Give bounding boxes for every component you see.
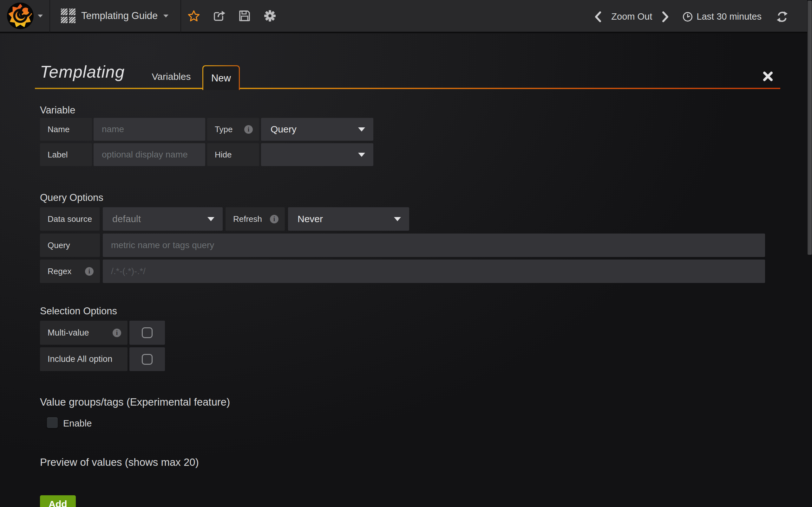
data-source-select[interactable]: default (103, 207, 223, 231)
refresh-icon (776, 11, 788, 22)
time-shift-back-button[interactable] (589, 0, 607, 33)
data-source-select-value: default (112, 214, 141, 224)
checkbox-icon (142, 327, 153, 338)
preview-heading: Preview of values (shows max 20) (40, 456, 199, 468)
info-icon: i (244, 125, 253, 134)
save-icon (239, 10, 250, 21)
clock-icon (682, 12, 693, 22)
query-input[interactable] (103, 233, 765, 257)
info-icon: i (113, 329, 121, 337)
label-input[interactable] (94, 143, 205, 166)
scrollbar-track[interactable] (807, 0, 812, 507)
close-icon (763, 71, 773, 81)
page-title: Templating (40, 62, 125, 81)
grafana-logo-icon (7, 2, 34, 30)
dashboard-picker[interactable]: Templating Guide (50, 0, 181, 33)
chevron-down-icon (358, 153, 365, 157)
chevron-down-icon (358, 127, 365, 131)
multi-value-label: Multi-value i (40, 321, 128, 345)
query-options-heading: Query Options (40, 192, 103, 204)
chevron-down-icon (38, 14, 43, 17)
selection-options-heading: Selection Options (40, 305, 117, 317)
enable-label: Enable (63, 418, 92, 429)
chevron-down-icon (163, 14, 168, 17)
time-range-picker[interactable]: Last 30 minutes (682, 11, 762, 22)
query-label: Query (40, 233, 100, 257)
save-button[interactable] (232, 0, 257, 33)
refresh-select-value: Never (298, 214, 323, 224)
info-icon: i (85, 267, 94, 276)
tab-new-label: New (203, 66, 239, 90)
label-label: Label (40, 143, 92, 166)
variable-heading: Variable (40, 105, 75, 116)
name-label: Name (40, 118, 92, 141)
multi-value-checkbox[interactable] (130, 321, 165, 345)
dashboard-grid-icon (61, 9, 75, 23)
star-icon (188, 10, 200, 22)
grafana-menu-button[interactable] (0, 0, 49, 33)
close-button[interactable] (761, 70, 774, 83)
settings-button[interactable] (257, 0, 283, 33)
refresh-label: Refresh i (225, 207, 285, 231)
tab-variables[interactable]: Variables (146, 65, 197, 88)
chevron-right-icon (662, 11, 669, 22)
dashboard-title: Templating Guide (81, 10, 158, 21)
time-shift-forward-button[interactable] (657, 0, 674, 33)
chevron-left-icon (595, 11, 601, 22)
navbar-right-controls: Zoom Out Last 30 minutes (589, 0, 807, 33)
name-input[interactable] (94, 118, 205, 141)
checkbox-icon (142, 354, 153, 365)
info-icon: i (270, 215, 278, 223)
type-select[interactable]: Query (261, 118, 373, 141)
include-all-checkbox[interactable] (130, 347, 165, 371)
refresh-select[interactable]: Never (288, 207, 409, 231)
chevron-down-icon (394, 217, 401, 221)
type-select-value: Query (270, 124, 297, 135)
share-icon (213, 10, 225, 21)
value-groups-heading: Value groups/tags (Experimental feature) (40, 396, 230, 408)
hide-select[interactable] (261, 143, 373, 166)
enable-checkbox[interactable] (47, 417, 58, 428)
star-button[interactable] (181, 0, 206, 33)
share-button[interactable] (206, 0, 232, 33)
hide-label: Hide (207, 143, 259, 166)
time-range-label: Last 30 minutes (697, 11, 762, 22)
regex-input[interactable] (103, 260, 765, 283)
type-label: Type i (207, 118, 259, 141)
navbar: Templating Guide (0, 0, 812, 33)
scrollbar-thumb[interactable] (808, 1, 812, 255)
zoom-out-button[interactable]: Zoom Out (611, 11, 652, 22)
chevron-down-icon (207, 217, 214, 221)
gear-icon (264, 10, 276, 22)
include-all-label: Include All option (40, 347, 128, 371)
add-button[interactable]: Add (40, 495, 76, 507)
regex-label: Regex i (40, 260, 100, 283)
data-source-label: Data source (40, 207, 100, 231)
tab-new[interactable]: New (202, 65, 240, 90)
refresh-button[interactable] (771, 0, 793, 33)
